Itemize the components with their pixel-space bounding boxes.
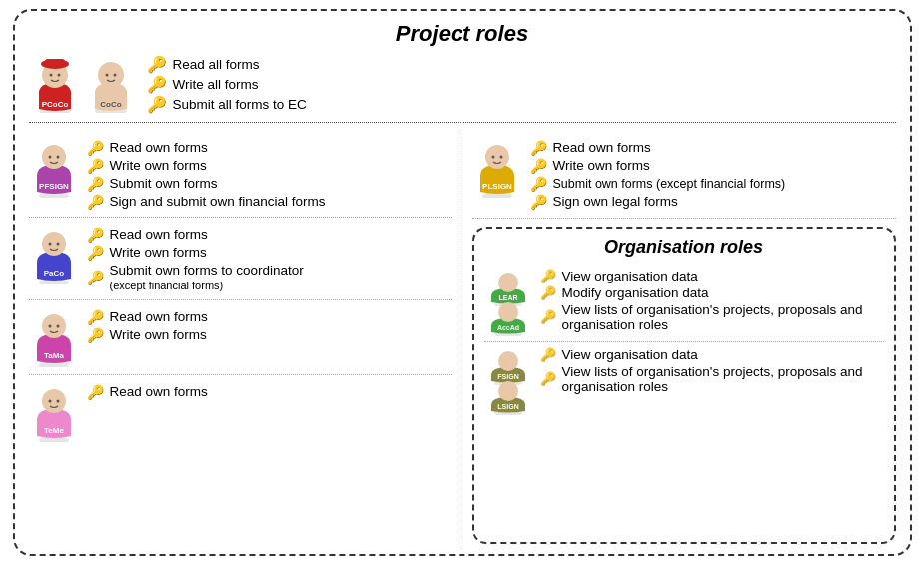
avatar-pfsign: PFSIGN bbox=[29, 138, 79, 198]
top-avatars-group: PCoCo CoCo bbox=[29, 55, 137, 113]
svg-text:AccAd: AccAd bbox=[496, 324, 518, 331]
svg-point-19 bbox=[48, 242, 51, 245]
perm-text: Sign and submit own financial forms bbox=[110, 194, 326, 209]
svg-text:TaMa: TaMa bbox=[44, 351, 64, 360]
perm-text: Read own forms bbox=[110, 309, 208, 324]
svg-point-47 bbox=[498, 381, 518, 401]
svg-point-33 bbox=[485, 145, 509, 169]
org-title: Organisation roles bbox=[484, 237, 884, 258]
svg-text:CoCo: CoCo bbox=[100, 100, 121, 109]
key-icon: 🔑 bbox=[147, 55, 167, 74]
svg-point-23 bbox=[42, 314, 66, 338]
role-section-paco: PaCo 🔑Read own forms 🔑Write own forms 🔑 … bbox=[29, 218, 452, 300]
avatar-plsign: PLSIGN bbox=[472, 138, 522, 198]
svg-point-29 bbox=[48, 399, 51, 402]
svg-point-8 bbox=[98, 62, 124, 88]
svg-point-9 bbox=[105, 74, 108, 77]
right-panel: PLSIGN 🔑Read own forms 🔑Write own forms … bbox=[462, 131, 896, 544]
role-perms-paco: 🔑Read own forms 🔑Write own forms 🔑 Submi… bbox=[87, 225, 304, 292]
svg-point-44 bbox=[498, 351, 518, 371]
key-icon: 🔑 bbox=[147, 95, 167, 114]
org-role-section-lear: LEAR AccAd 🔑View organisation data bbox=[484, 264, 884, 342]
svg-text:PaCo: PaCo bbox=[43, 269, 64, 278]
perm-text: Read own forms bbox=[110, 384, 208, 399]
svg-point-15 bbox=[56, 155, 59, 158]
stacked-avatars-fsign: FSIGN LSIGN bbox=[484, 347, 532, 415]
top-permissions: 🔑 Read all forms 🔑 Write all forms 🔑 Sub… bbox=[147, 55, 307, 114]
org-role-section-fsign: FSIGN LSIGN 🔑View organisation data bbox=[484, 342, 884, 420]
org-roles-list: LEAR AccAd 🔑View organisation data bbox=[484, 264, 884, 420]
perm-text: Submit own forms to coordinator (except … bbox=[110, 263, 304, 292]
svg-text:PFSIGN: PFSIGN bbox=[39, 182, 69, 191]
svg-point-13 bbox=[42, 145, 66, 169]
role-perms-teme: 🔑Read own forms bbox=[87, 382, 208, 400]
svg-rect-3 bbox=[45, 59, 65, 67]
role-section-teme: TeMe 🔑Read own forms bbox=[29, 375, 452, 449]
main-container: Project roles bbox=[13, 9, 912, 556]
perm-text: Read all forms bbox=[173, 57, 260, 72]
content-grid: PFSIGN 🔑Read own forms 🔑Write own forms … bbox=[29, 131, 896, 544]
role-perms-fsign: 🔑View organisation data 🔑View lists of o… bbox=[540, 347, 884, 394]
perm-text: View organisation data bbox=[562, 347, 698, 362]
role-perms-tama: 🔑Read own forms 🔑Write own forms bbox=[87, 307, 208, 343]
perm-text: Submit all forms to EC bbox=[173, 97, 307, 112]
perm-text: Write all forms bbox=[173, 77, 259, 92]
perm-text: Read own forms bbox=[110, 140, 208, 155]
avatar-coco: CoCo bbox=[85, 55, 137, 113]
svg-point-41 bbox=[498, 302, 518, 322]
svg-point-25 bbox=[56, 324, 59, 327]
svg-point-34 bbox=[491, 155, 494, 158]
role-perms-plsign: 🔑Read own forms 🔑Write own forms 🔑Submit… bbox=[530, 138, 786, 210]
svg-point-14 bbox=[48, 155, 51, 158]
role-section-pfsign: PFSIGN 🔑Read own forms 🔑Write own forms … bbox=[29, 131, 452, 218]
svg-point-28 bbox=[42, 389, 66, 413]
perm-item: 🔑 Write all forms bbox=[147, 75, 307, 94]
perm-text: View lists of organisation's projects, p… bbox=[562, 302, 884, 332]
perm-text: Read own forms bbox=[110, 227, 208, 242]
avatar-pcoco: PCoCo bbox=[29, 55, 81, 113]
role-section-tama: TaMa 🔑Read own forms 🔑Write own forms bbox=[29, 300, 452, 375]
left-panel: PFSIGN 🔑Read own forms 🔑Write own forms … bbox=[29, 131, 462, 544]
svg-point-5 bbox=[57, 74, 60, 77]
svg-point-38 bbox=[498, 273, 518, 292]
avatar-teme: TeMe bbox=[29, 382, 79, 442]
svg-point-30 bbox=[56, 399, 59, 402]
svg-text:PCoCo: PCoCo bbox=[41, 100, 68, 109]
svg-point-18 bbox=[42, 232, 66, 256]
svg-point-10 bbox=[113, 74, 116, 77]
top-section: PCoCo CoCo 🔑 Read all forms bbox=[29, 55, 896, 123]
role-perms-pfsign: 🔑Read own forms 🔑Write own forms 🔑Submit… bbox=[87, 138, 326, 210]
svg-text:LSIGN: LSIGN bbox=[497, 403, 518, 410]
svg-point-24 bbox=[48, 324, 51, 327]
avatar-paco: PaCo bbox=[29, 225, 79, 284]
perm-text: Write own forms bbox=[553, 158, 650, 173]
perm-item: 🔑 Read all forms bbox=[147, 55, 307, 74]
svg-point-35 bbox=[499, 155, 502, 158]
key-icon: 🔑 bbox=[147, 75, 167, 94]
page-title: Project roles bbox=[29, 21, 896, 47]
svg-text:TeMe: TeMe bbox=[44, 426, 64, 435]
perm-text: Read own forms bbox=[553, 140, 651, 155]
perm-text: Write own forms bbox=[110, 158, 207, 173]
perm-text: Submit own forms (except financial forms… bbox=[553, 177, 786, 191]
role-perms-lear: 🔑View organisation data 🔑Modify organisa… bbox=[540, 269, 884, 332]
perm-item: 🔑 Submit all forms to EC bbox=[147, 95, 307, 114]
avatar-tama: TaMa bbox=[29, 307, 79, 367]
perm-text: Modify organisation data bbox=[562, 285, 709, 300]
svg-point-20 bbox=[56, 242, 59, 245]
svg-text:PLSIGN: PLSIGN bbox=[482, 182, 512, 191]
perm-text: Write own forms bbox=[110, 327, 207, 342]
perm-text: View lists of organisation's projects, p… bbox=[562, 364, 884, 394]
svg-point-4 bbox=[49, 74, 52, 77]
perm-text: Submit own forms bbox=[110, 176, 218, 191]
perm-text: View organisation data bbox=[562, 269, 698, 283]
perm-text: Sign own legal forms bbox=[553, 194, 678, 209]
org-roles-box: Organisation roles LEAR bbox=[472, 227, 896, 544]
stacked-avatars-lear: LEAR AccAd bbox=[484, 269, 532, 336]
role-section-plsign: PLSIGN 🔑Read own forms 🔑Write own forms … bbox=[472, 131, 896, 219]
perm-text: Write own forms bbox=[110, 245, 207, 260]
